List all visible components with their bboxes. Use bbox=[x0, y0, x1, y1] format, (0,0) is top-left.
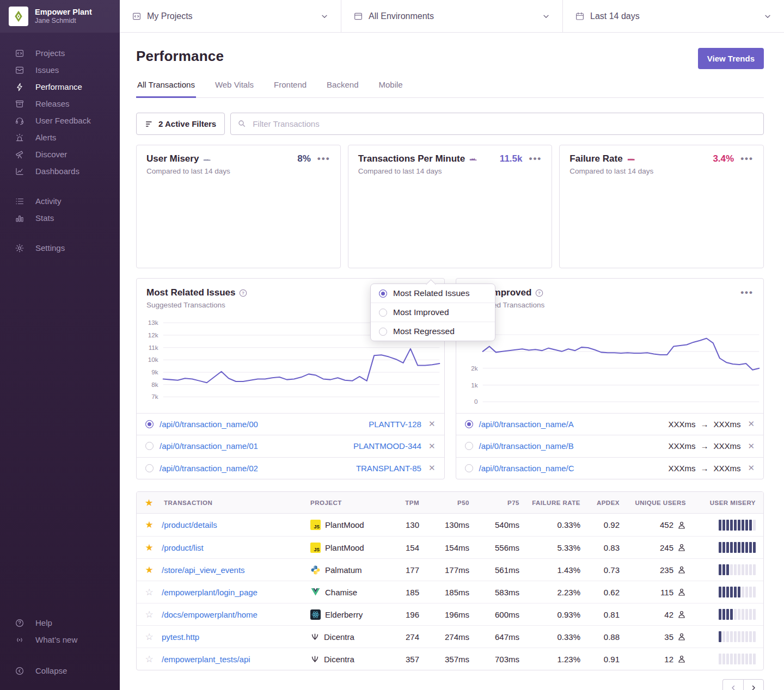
sidebar-item-label: What’s new bbox=[35, 635, 77, 644]
transaction-link[interactable]: /store/api_view_events bbox=[162, 565, 245, 575]
svg-text:0: 0 bbox=[474, 398, 478, 405]
close-icon[interactable]: ✕ bbox=[428, 441, 436, 451]
transaction-link[interactable]: /product/list bbox=[162, 543, 204, 552]
close-icon[interactable]: ✕ bbox=[748, 463, 755, 473]
sidebar-item-settings[interactable]: Settings bbox=[0, 239, 120, 256]
sidebar-item-label: Activity bbox=[35, 196, 62, 206]
svg-text:0%: 0% bbox=[627, 159, 627, 160]
sidebar-item-activity[interactable]: Activity bbox=[0, 193, 120, 210]
tab-web-vitals[interactable]: Web Vitals bbox=[214, 80, 255, 98]
issue-link[interactable]: PLANTTV-128 bbox=[369, 420, 421, 429]
transaction-link[interactable]: /docs/empowerplant/home bbox=[162, 610, 258, 619]
tpm-cell: 357 bbox=[392, 655, 427, 664]
environment-selector[interactable]: All Environments bbox=[341, 0, 562, 32]
column-header-apdex[interactable]: APDEX bbox=[588, 500, 627, 506]
tab-all-transactions[interactable]: All Transactions bbox=[136, 80, 196, 98]
star-icon[interactable]: ☆ bbox=[137, 610, 162, 619]
transaction-link[interactable]: /api/0/transaction_name/02 bbox=[160, 464, 258, 473]
menu-item-most-regressed[interactable]: Most Regressed bbox=[371, 322, 495, 341]
transaction-link[interactable]: /empowerplant/login_page bbox=[162, 588, 258, 597]
date-range-selector[interactable]: Last 14 days bbox=[562, 0, 784, 32]
sidebar-item-help[interactable]: Help bbox=[0, 614, 120, 631]
radio-unselected[interactable] bbox=[465, 442, 473, 450]
radio-unselected[interactable] bbox=[145, 442, 154, 450]
question-icon[interactable]: ? bbox=[535, 289, 543, 297]
project-selector[interactable]: My Projects bbox=[120, 0, 341, 32]
tab-mobile[interactable]: Mobile bbox=[377, 80, 403, 98]
column-header-project[interactable]: PROJECT bbox=[310, 500, 392, 506]
close-icon[interactable]: ✕ bbox=[748, 419, 755, 429]
sidebar-item-label: Dashboards bbox=[35, 167, 79, 176]
tab-frontend[interactable]: Frontend bbox=[273, 80, 308, 98]
sidebar-item-performance[interactable]: Performance bbox=[0, 78, 120, 95]
column-header-failure-rate[interactable]: FAILURE RATE bbox=[527, 500, 588, 506]
star-icon[interactable]: ★ bbox=[137, 520, 162, 529]
column-header-transaction[interactable]: TRANSACTION bbox=[162, 500, 310, 506]
sidebar-item-issues[interactable]: Issues bbox=[0, 61, 120, 78]
sidebar-item-releases[interactable]: Releases bbox=[0, 95, 120, 112]
project-name: Dicentra bbox=[324, 632, 354, 642]
menu-item-most-related-issues[interactable]: Most Related Issues bbox=[371, 284, 495, 303]
filter-transactions-input[interactable] bbox=[230, 113, 764, 135]
list-icon bbox=[15, 196, 24, 206]
card-menu-button[interactable]: ••• bbox=[317, 156, 330, 162]
sidebar-item-projects[interactable]: Projects bbox=[0, 45, 120, 61]
transaction-link[interactable]: /product/details bbox=[162, 520, 217, 529]
tab-bar: All TransactionsWeb VitalsFrontendBacken… bbox=[136, 80, 764, 98]
sidebar-item-stats[interactable]: Stats bbox=[0, 210, 120, 226]
close-icon[interactable]: ✕ bbox=[748, 441, 755, 451]
column-header-user-misery[interactable]: USER MISERY bbox=[694, 500, 763, 506]
star-icon[interactable]: ☆ bbox=[137, 632, 162, 642]
question-icon[interactable]: ? bbox=[239, 289, 247, 297]
column-header-p50[interactable]: P50 bbox=[427, 500, 477, 506]
issue-link[interactable]: TRANSPLANT-85 bbox=[356, 464, 421, 473]
question-icon[interactable]: 5%4%3%2%1%0% bbox=[627, 155, 635, 163]
question-icon[interactable]: 12%11%10%9%8%7% bbox=[203, 155, 211, 163]
user-misery-chart bbox=[146, 181, 330, 262]
radio-selected[interactable] bbox=[465, 420, 473, 428]
active-filters-button[interactable]: 2 Active Filters bbox=[136, 113, 225, 135]
star-icon[interactable]: ★ bbox=[137, 543, 162, 552]
column-header-unique-users[interactable]: UNIQUE USERS bbox=[627, 500, 694, 506]
star-icon[interactable]: ★ bbox=[137, 565, 162, 575]
svg-text:?: ? bbox=[538, 291, 541, 295]
tab-backend[interactable]: Backend bbox=[326, 80, 359, 98]
star-header-icon[interactable]: ★ bbox=[137, 498, 162, 507]
person-icon bbox=[677, 655, 686, 663]
transaction-link[interactable]: pytest.http bbox=[162, 632, 199, 642]
menu-item-most-improved[interactable]: Most Improved bbox=[371, 303, 495, 322]
sidebar-item-collapse[interactable]: Collapse bbox=[0, 662, 120, 679]
card-menu-button[interactable]: ••• bbox=[740, 156, 754, 162]
sidebar-item-discover[interactable]: Discover bbox=[0, 146, 120, 163]
transaction-link[interactable]: /api/0/transaction_name/C bbox=[479, 464, 574, 473]
column-header-tpm[interactable]: TPM bbox=[392, 500, 427, 506]
sidebar-item-what-s-new[interactable]: What’s new bbox=[0, 631, 120, 648]
sidebar-item-user-feedback[interactable]: User Feedback bbox=[0, 112, 120, 129]
org-switcher[interactable]: Empower Plant Jane Schmidt bbox=[0, 0, 120, 33]
radio-unselected[interactable] bbox=[465, 464, 473, 472]
column-header-p75[interactable]: P75 bbox=[477, 500, 527, 506]
question-icon[interactable]: 11k10k9k8k7k6k bbox=[469, 155, 477, 163]
star-icon[interactable]: ☆ bbox=[137, 588, 162, 597]
sidebar-item-alerts[interactable]: Alerts bbox=[0, 129, 120, 146]
transaction-link[interactable]: /api/0/transaction_name/01 bbox=[160, 441, 258, 451]
transaction-cell: /product/list bbox=[162, 543, 310, 552]
close-icon[interactable]: ✕ bbox=[428, 463, 436, 473]
transaction-link[interactable]: /api/0/transaction_name/00 bbox=[160, 420, 258, 429]
transaction-link[interactable]: /empowerplant_tests/api bbox=[162, 655, 250, 664]
card-menu-button[interactable]: ••• bbox=[529, 156, 542, 162]
transaction-link[interactable]: /api/0/transaction_name/A bbox=[479, 420, 574, 429]
star-icon[interactable]: ☆ bbox=[137, 655, 162, 664]
sidebar-item-dashboards[interactable]: Dashboards bbox=[0, 163, 120, 180]
calendar-icon bbox=[575, 11, 585, 21]
card-menu-button[interactable]: ••• bbox=[740, 290, 754, 295]
previous-page-button[interactable] bbox=[722, 679, 743, 690]
close-icon[interactable]: ✕ bbox=[428, 419, 436, 429]
transaction-link[interactable]: /api/0/transaction_name/B bbox=[479, 441, 574, 451]
issue-link[interactable]: PLANTMOOD-344 bbox=[353, 441, 421, 451]
apdex-cell: 0.83 bbox=[588, 543, 627, 552]
next-page-button[interactable] bbox=[743, 679, 764, 690]
radio-selected[interactable] bbox=[145, 420, 154, 428]
radio-unselected[interactable] bbox=[145, 464, 154, 472]
view-trends-button[interactable]: View Trends bbox=[698, 48, 764, 69]
